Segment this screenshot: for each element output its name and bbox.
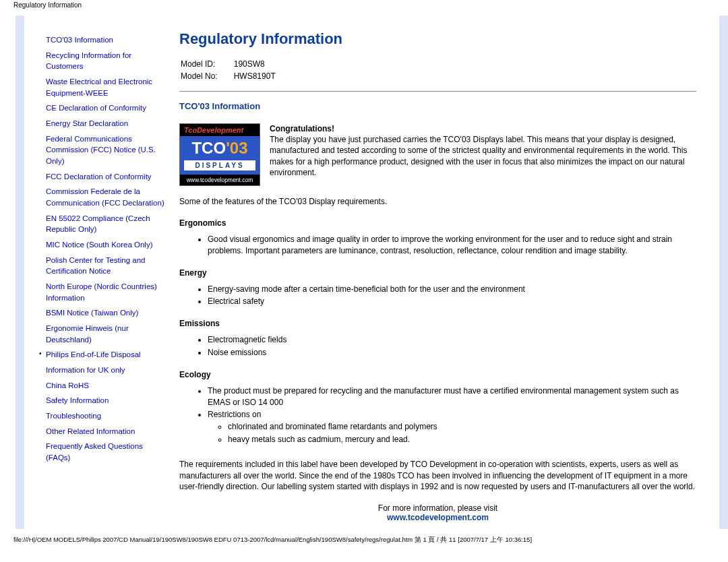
sidebar-link[interactable]: Ergonomie Hinweis (nur Deutschland): [46, 324, 129, 344]
sidebar-link[interactable]: Frequently Asked Questions (FAQs): [46, 442, 143, 462]
sidebar-item: Waste Electrical and Electronic Equipmen…: [40, 74, 169, 100]
sidebar-link[interactable]: Recycling Information for Customers: [46, 51, 131, 71]
sidebar-item: Philips End-of-Life Disposal: [40, 347, 169, 363]
congratulations-head: Congratulations!: [270, 124, 334, 133]
emissions-list: Electromagnetic fieldsNoise emissions: [208, 334, 696, 359]
tco-block: TcoDevelopment TCO'03 DISPLAYS www.tcode…: [179, 123, 696, 186]
energy-list: Energy-saving mode after a certain time-…: [208, 283, 696, 309]
badge-displays: DISPLAYS: [184, 160, 255, 170]
footer-path: file:///H|/OEM MODELS/Philips 2007/CD Ma…: [0, 529, 728, 549]
list-item: Energy-saving mode after a certain time-…: [208, 283, 696, 296]
page-title: Regulatory Information: [179, 30, 696, 48]
sidebar-item: FCC Declaration of Conformity: [40, 169, 169, 185]
sidebar-link[interactable]: Troubleshooting: [46, 412, 101, 420]
sidebar-link[interactable]: TCO'03 Information: [46, 36, 113, 44]
list-item: The product must be prepared for recycli…: [208, 385, 696, 409]
sidebar-item: EN 55022 Compliance (Czech Republic Only…: [40, 211, 169, 237]
sidebar-item: Ergonomie Hinweis (nur Deutschland): [40, 321, 169, 347]
sidebar-link[interactable]: North Europe (Nordic Countries) Informat…: [46, 282, 157, 302]
badge-tco: TCO: [191, 139, 226, 157]
list-item: Restrictions onchlorinated and brominate…: [208, 408, 696, 446]
features-intro: Some of the features of the TCO'03 Displ…: [179, 197, 696, 206]
sidebar-item: CE Declaration of Conformity: [40, 100, 169, 116]
sidebar-item: Safety Information: [40, 393, 169, 408]
more-info: For more information, please visit www.t…: [179, 503, 696, 522]
white-gap: [24, 15, 38, 529]
sidebar-item: Other Related Information: [40, 424, 169, 439]
sidebar-item: Energy Star Declaration: [40, 116, 169, 131]
list-item: Good visual ergonomics and image quality…: [208, 233, 696, 257]
badge-year: '03: [226, 139, 247, 157]
sidebar-item: North Europe (Nordic Countries) Informat…: [40, 279, 169, 305]
sidebar-link[interactable]: BSMI Notice (Taiwan Only): [46, 309, 138, 317]
tco-intro: Congratulations! The display you have ju…: [270, 123, 696, 178]
sidebar-link[interactable]: China RoHS: [46, 381, 89, 389]
model-table: Model ID: 190SW8 Model No: HWS8190T: [179, 57, 292, 83]
sidebar-item: Frequently Asked Questions (FAQs): [40, 439, 169, 465]
list-item: Noise emissions: [208, 346, 696, 359]
sidebar-link[interactable]: Federal Communications Commission (FCC) …: [46, 135, 156, 165]
ecology-sub-list: chlorinated and brominated flame retarda…: [228, 420, 696, 446]
sidebar-item: MIC Notice (South Korea Only): [40, 237, 169, 253]
sidebar-link[interactable]: CE Declaration of Conformity: [46, 104, 146, 112]
sidebar-item: BSMI Notice (Taiwan Only): [40, 305, 169, 321]
left-gutter: [0, 15, 16, 529]
list-sub-item: chlorinated and brominated flame retarda…: [228, 420, 696, 433]
sidebar-item: Commission Federale de la Communication …: [40, 184, 169, 210]
badge-top: TcoDevelopment: [180, 124, 260, 136]
more-info-text: For more information, please visit: [378, 503, 497, 513]
sidebar-link[interactable]: FCC Declaration of Conformity: [46, 173, 152, 181]
requirements-text: The requirements included in this label …: [179, 459, 696, 493]
sidebar-item: Troubleshooting: [40, 408, 169, 424]
sidebar-item: Polish Center for Testing and Certificat…: [40, 253, 169, 279]
separator: [179, 91, 696, 92]
sidebar: TCO'03 InformationRecycling Information …: [38, 15, 173, 529]
ergonomics-head: Ergonomics: [179, 218, 696, 228]
ergonomics-list: Good visual ergonomics and image quality…: [208, 233, 696, 257]
ecology-head: Ecology: [179, 370, 696, 379]
emissions-head: Emissions: [179, 319, 696, 328]
sidebar-link[interactable]: Energy Star Declaration: [46, 119, 128, 127]
page-layout: TCO'03 InformationRecycling Information …: [0, 15, 728, 529]
badge-mid: TCO'03 DISPLAYS: [180, 136, 260, 175]
blue-bar-right: [719, 15, 728, 529]
sidebar-item: China RoHS: [40, 378, 169, 394]
model-id-label: Model ID:: [181, 59, 233, 69]
section-title-tco03: TCO'03 Information: [179, 101, 696, 111]
sidebar-link[interactable]: Philips End-of-Life Disposal: [46, 350, 141, 358]
model-id-value: 190SW8: [234, 59, 291, 69]
blue-bar-left: [16, 15, 24, 529]
main-content: Regulatory Information Model ID: 190SW8 …: [173, 15, 715, 529]
sidebar-link[interactable]: Waste Electrical and Electronic Equipmen…: [46, 77, 152, 97]
list-sub-item: heavy metals such as cadmium, mercury an…: [228, 433, 696, 446]
sidebar-item: TCO'03 Information: [40, 32, 169, 48]
list-item: Electrical safety: [208, 295, 696, 308]
energy-head: Energy: [179, 268, 696, 278]
model-no-value: HWS8190T: [234, 71, 291, 82]
sidebar-item: Information for UK only: [40, 363, 169, 378]
congratulations-body: The display you have just purchased carr…: [270, 135, 687, 177]
more-info-link[interactable]: www.tcodevelopment.com: [387, 513, 489, 522]
sidebar-link[interactable]: Commission Federale de la Communication …: [46, 187, 164, 207]
sidebar-item: Federal Communications Commission (FCC) …: [40, 131, 169, 169]
ecology-list: The product must be prepared for recycli…: [208, 385, 696, 447]
badge-url: www.tcodevelopment.com: [180, 175, 260, 185]
sidebar-link[interactable]: Safety Information: [46, 396, 109, 404]
list-item: Electromagnetic fields: [208, 334, 696, 346]
sidebar-link[interactable]: Polish Center for Testing and Certificat…: [46, 256, 145, 276]
sidebar-link[interactable]: EN 55022 Compliance (Czech Republic Only…: [46, 214, 150, 234]
sidebar-link[interactable]: MIC Notice (South Korea Only): [46, 241, 153, 249]
badge-tco-text: TCO'03: [180, 139, 260, 158]
tco-badge: TcoDevelopment TCO'03 DISPLAYS www.tcode…: [179, 123, 260, 186]
sidebar-link[interactable]: Other Related Information: [46, 427, 135, 435]
header-path: Regulatory Information: [0, 0, 728, 15]
model-no-label: Model No:: [181, 71, 233, 82]
sidebar-item: Recycling Information for Customers: [40, 48, 169, 74]
sidebar-link[interactable]: Information for UK only: [46, 366, 125, 374]
